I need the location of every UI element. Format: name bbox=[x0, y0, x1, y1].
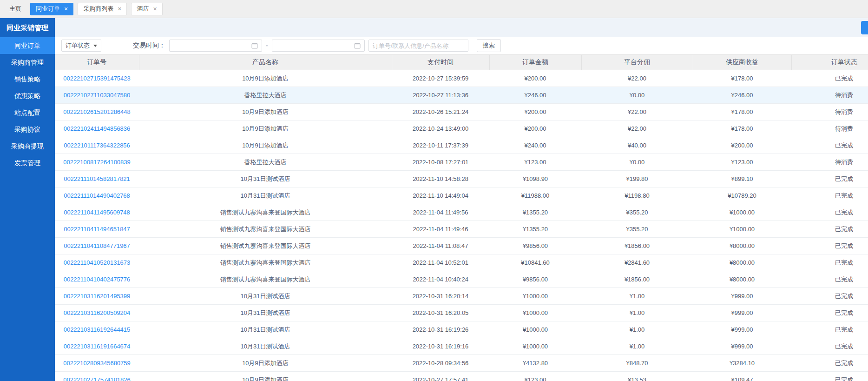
orders-table-container: 订单号 产品名称 支付时间 订单金额 平台分佣 供应商收益 订单状态 00222… bbox=[55, 54, 868, 381]
order-number-link[interactable]: 00222102711033047580 bbox=[64, 92, 131, 99]
order-number-link[interactable]: 00222110411494651847 bbox=[64, 226, 130, 233]
order-number-cell: 00222102615201286448 bbox=[55, 104, 139, 120]
tab-home[interactable]: 主页 bbox=[5, 5, 26, 13]
tab-hotel[interactable]: 酒店 × bbox=[131, 3, 162, 15]
order-number-link[interactable]: 00222102615201286448 bbox=[63, 108, 131, 115]
order-number-link[interactable]: 00222111014582817821 bbox=[64, 175, 130, 182]
col-supplier-revenue: 供应商收益 bbox=[693, 55, 791, 70]
order-number-link[interactable]: 00222103116201495399 bbox=[64, 293, 131, 300]
supplier-revenue-cell: ¥1000.00 bbox=[693, 204, 791, 221]
sidebar-item-purchaser-withdrawal[interactable]: 采购商提现 bbox=[0, 138, 55, 154]
platform-commission-cell: ¥0.00 bbox=[581, 154, 693, 171]
sidebar-item-site-config[interactable]: 站点配置 bbox=[0, 104, 55, 121]
order-amount-cell: ¥1000.00 bbox=[489, 321, 581, 338]
supplier-revenue-cell: ¥999.00 bbox=[693, 321, 791, 338]
search-input[interactable] bbox=[368, 40, 468, 52]
platform-commission-cell: ¥22.00 bbox=[581, 70, 693, 87]
sidebar-item-invoice-management[interactable]: 发票管理 bbox=[0, 154, 55, 171]
order-amount-cell: ¥1000.00 bbox=[489, 288, 581, 305]
date-from-input[interactable] bbox=[169, 40, 262, 52]
col-order-amount: 订单金额 bbox=[489, 55, 581, 70]
order-number-link[interactable]: 00222102411494856836 bbox=[64, 125, 131, 132]
order-number-cell: 00222110411494651847 bbox=[55, 221, 139, 238]
product-name-cell: 10月9日添加酒店 bbox=[139, 120, 392, 137]
order-amount-cell: ¥200.00 bbox=[489, 120, 581, 137]
platform-commission-cell: ¥22.00 bbox=[581, 104, 693, 120]
search-button[interactable]: 搜索 bbox=[477, 39, 501, 52]
close-icon[interactable]: × bbox=[118, 6, 121, 12]
supplier-revenue-cell: ¥999.00 bbox=[693, 288, 791, 305]
order-amount-cell: ¥200.00 bbox=[489, 70, 581, 87]
supplier-revenue-cell: ¥8000.00 bbox=[693, 271, 791, 288]
order-number-cell: 00222101117364322856 bbox=[55, 137, 139, 154]
supplier-revenue-cell: ¥3284.10 bbox=[693, 355, 791, 372]
pay-time-cell: 2022-10-27 15:39:59 bbox=[392, 70, 489, 87]
order-number-link[interactable]: 00222103116192644415 bbox=[64, 326, 131, 333]
order-number-cell: 00222100817264100839 bbox=[55, 154, 139, 171]
order-number-cell: 00222103116200509204 bbox=[55, 305, 139, 321]
table-row: 0022210280934568075910月9日添加酒店2022-10-28 … bbox=[55, 355, 868, 372]
table-row: 0022210311620149539910月31日测试酒店2022-10-31… bbox=[55, 288, 868, 305]
calendar-icon bbox=[354, 42, 361, 49]
order-number-link[interactable]: 00222110411084771967 bbox=[64, 242, 130, 249]
pay-time-cell: 2022-10-28 09:34:56 bbox=[392, 355, 489, 372]
order-number-cell: 00222111014582817821 bbox=[55, 171, 139, 187]
supplier-revenue-cell: ¥178.00 bbox=[693, 104, 791, 120]
table-row: 00222100817264100839香格里拉大酒店2022-10-08 17… bbox=[55, 154, 868, 171]
trade-time-label: 交易时间： bbox=[133, 41, 165, 50]
table-row: 0022210111736432285610月9日添加酒店2022-10-11 … bbox=[55, 137, 868, 154]
order-status-cell: 已完成 bbox=[791, 221, 868, 238]
platform-commission-cell: ¥22.00 bbox=[581, 120, 693, 137]
tab-peer-orders-label: 同业订单 bbox=[36, 5, 60, 13]
sidebar-item-discount-strategy[interactable]: 优惠策略 bbox=[0, 87, 55, 104]
order-number-cell: 00222102711033047580 bbox=[55, 87, 139, 104]
table-row: 0022210241149485683610月9日添加酒店2022-10-24 … bbox=[55, 120, 868, 137]
order-number-link[interactable]: 00222111014490402768 bbox=[64, 192, 130, 199]
sidebar: 同业采销管理 同业订单 采购商管理 销售策略 优惠策略 站点配置 采购协议 采购… bbox=[0, 18, 55, 381]
tab-purchaser-list[interactable]: 采购商列表 × bbox=[78, 3, 127, 15]
order-number-cell: 00222102715391475423 bbox=[55, 70, 139, 87]
pay-time-cell: 2022-11-10 14:58:28 bbox=[392, 171, 489, 187]
table-row: 0022210311619166467410月31日测试酒店2022-10-31… bbox=[55, 338, 868, 355]
order-number-link[interactable]: 00222103116200509204 bbox=[64, 309, 131, 316]
close-icon[interactable]: × bbox=[64, 6, 68, 12]
order-status-cell: 已完成 bbox=[791, 372, 868, 381]
orders-table: 订单号 产品名称 支付时间 订单金额 平台分佣 供应商收益 订单状态 00222… bbox=[55, 54, 868, 381]
order-number-link[interactable]: 00222102715391475423 bbox=[63, 75, 131, 82]
order-status-cell: 已完成 bbox=[791, 355, 868, 372]
tab-peer-orders[interactable]: 同业订单 × bbox=[30, 3, 73, 15]
close-icon[interactable]: × bbox=[153, 6, 157, 12]
order-amount-cell: ¥1355.20 bbox=[489, 204, 581, 221]
sidebar-item-sales-strategy[interactable]: 销售策略 bbox=[0, 71, 55, 87]
order-amount-cell: ¥11988.00 bbox=[489, 187, 581, 204]
sidebar-item-peer-orders[interactable]: 同业订单 bbox=[0, 37, 55, 54]
sidebar-item-purchaser-management[interactable]: 采购商管理 bbox=[0, 54, 55, 71]
order-number-link[interactable]: 00222101117364322856 bbox=[64, 142, 130, 149]
order-number-link[interactable]: 00222110410520131673 bbox=[64, 259, 131, 266]
table-row: 0022210261520128644810月9日添加酒店2022-10-26 … bbox=[55, 104, 868, 120]
order-number-link[interactable]: 00222100817264100839 bbox=[63, 159, 131, 166]
order-status-cell: 待消费 bbox=[791, 104, 868, 120]
order-number-link[interactable]: 00222110410402475776 bbox=[64, 276, 131, 283]
order-number-link[interactable]: 00222102717574101826 bbox=[63, 376, 131, 381]
partial-action-button[interactable] bbox=[861, 21, 868, 34]
pay-time-cell: 2022-10-08 17:27:01 bbox=[392, 154, 489, 171]
order-status-select[interactable]: 订单状态 bbox=[61, 40, 101, 52]
supplier-revenue-cell: ¥8000.00 bbox=[693, 238, 791, 254]
col-pay-time: 支付时间 bbox=[392, 55, 489, 70]
order-number-link[interactable]: 00222110411495609748 bbox=[64, 209, 130, 216]
orders-table-body: 0022210271539147542310月9日添加酒店2022-10-27 … bbox=[55, 70, 868, 381]
platform-commission-cell: ¥0.00 bbox=[581, 87, 693, 104]
order-status-cell: 待消费 bbox=[791, 120, 868, 137]
pay-time-cell: 2022-10-31 16:20:05 bbox=[392, 305, 489, 321]
order-status-cell: 已完成 bbox=[791, 187, 868, 204]
product-name-cell: 销售测试九寨沟喜来登国际大酒店 bbox=[139, 271, 392, 288]
main-content: 订单状态 交易时间： - bbox=[55, 18, 868, 381]
pay-time-cell: 2022-11-10 14:49:04 bbox=[392, 187, 489, 204]
order-number-link[interactable]: 00222103116191664674 bbox=[64, 343, 131, 350]
table-row: 0022210311619264441510月31日测试酒店2022-10-31… bbox=[55, 321, 868, 338]
sidebar-item-purchase-agreement[interactable]: 采购协议 bbox=[0, 121, 55, 138]
order-number-link[interactable]: 00222102809345680759 bbox=[63, 360, 131, 367]
order-number-cell: 00222103116201495399 bbox=[55, 288, 139, 305]
date-to-input[interactable] bbox=[272, 40, 365, 52]
